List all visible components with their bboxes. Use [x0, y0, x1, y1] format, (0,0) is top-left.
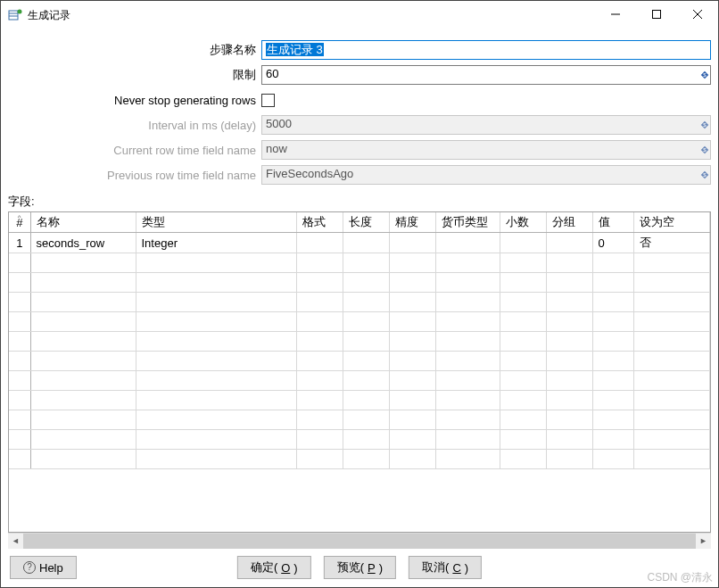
table-row[interactable]	[9, 352, 710, 371]
label-interval: Interval in ms (delay)	[8, 119, 261, 132]
label-never-stop: Never stop generating rows	[8, 94, 261, 107]
col-type[interactable]: 类型	[136, 212, 296, 233]
window-controls	[595, 1, 718, 29]
table-row[interactable]	[9, 450, 710, 469]
row-prev-time: Previous row time field name FiveSeconds…	[8, 165, 711, 185]
row-step-name: 步骤名称 生成记录 3	[8, 40, 711, 60]
dialog-buttons: 确定(O) 预览(P) 取消(C)	[237, 556, 482, 579]
cell-decimal[interactable]	[500, 233, 546, 253]
cell-group[interactable]	[546, 233, 592, 253]
cancel-button[interactable]: 取消(C)	[409, 556, 482, 579]
table-row[interactable]	[9, 293, 710, 312]
col-currency[interactable]: 货币类型	[435, 212, 500, 233]
cell-type[interactable]: Integer	[136, 233, 296, 253]
table-row[interactable]	[9, 332, 710, 352]
cell-set-empty[interactable]: 否	[633, 233, 710, 253]
cell-format[interactable]	[296, 233, 343, 253]
table-row[interactable]	[9, 371, 710, 391]
input-curr-time: now	[261, 140, 711, 160]
svg-rect-5	[653, 11, 661, 19]
input-prev-time: FiveSecondsAgo	[261, 165, 711, 185]
ok-button[interactable]: 确定(O)	[237, 556, 311, 579]
cell-idx: 1	[9, 233, 30, 253]
dialog-window: 生成记录 步骤名称 生成记录 3 限制 60 $ Never stop gene…	[0, 0, 719, 588]
maximize-button[interactable]	[636, 1, 677, 28]
scroll-left-icon[interactable]: ◄	[8, 534, 23, 549]
col-value[interactable]: 值	[592, 212, 633, 233]
col-set-empty[interactable]: 设为空	[633, 212, 710, 233]
table-row[interactable]	[9, 391, 710, 410]
table-header-row: ^# 名称 类型 格式 长度 精度 货币类型 小数 分组 值 设为空	[9, 212, 710, 233]
close-button[interactable]	[677, 1, 718, 28]
col-name[interactable]: 名称	[30, 212, 136, 233]
variable-picker-icon[interactable]: $	[698, 140, 711, 160]
preview-button[interactable]: 预览(P)	[324, 556, 396, 579]
input-limit[interactable]: 60	[261, 65, 711, 85]
table-row[interactable]: 1 seconds_row Integer 0 否	[9, 233, 710, 253]
col-decimal[interactable]: 小数	[500, 212, 546, 233]
table-row[interactable]	[9, 430, 710, 450]
scroll-thumb[interactable]	[23, 534, 696, 549]
col-idx[interactable]: ^#	[9, 212, 30, 233]
window-title: 生成记录	[28, 8, 70, 23]
col-format[interactable]: 格式	[296, 212, 343, 233]
col-precision[interactable]: 精度	[389, 212, 435, 233]
minimize-button[interactable]	[595, 1, 636, 28]
fields-table: ^# 名称 类型 格式 长度 精度 货币类型 小数 分组 值 设为空 1 sec…	[8, 211, 711, 533]
row-never-stop: Never stop generating rows	[8, 90, 711, 110]
table-row[interactable]	[9, 410, 710, 430]
cell-precision[interactable]	[389, 233, 435, 253]
help-label: Help	[39, 561, 63, 575]
input-interval: 5000	[261, 115, 711, 135]
svg-point-3	[18, 10, 22, 14]
row-limit: 限制 60 $	[8, 65, 711, 85]
cell-value[interactable]: 0	[592, 233, 633, 253]
form-area: 步骤名称 生成记录 3 限制 60 $ Never stop generatin…	[1, 29, 718, 194]
row-curr-time: Current row time field name now $	[8, 140, 711, 160]
table-row[interactable]	[9, 253, 710, 273]
variable-picker-icon[interactable]: $	[698, 115, 711, 135]
titlebar: 生成记录	[1, 1, 718, 29]
scroll-right-icon[interactable]: ►	[696, 534, 711, 549]
row-interval: Interval in ms (delay) 5000 $	[8, 115, 711, 135]
app-icon	[8, 8, 22, 22]
svg-rect-0	[9, 11, 18, 20]
label-prev-time: Previous row time field name	[8, 169, 261, 182]
label-curr-time: Current row time field name	[8, 144, 261, 157]
table-row[interactable]	[9, 273, 710, 293]
horizontal-scrollbar[interactable]: ◄ ►	[8, 533, 711, 548]
table-row[interactable]	[9, 312, 710, 332]
input-step-name[interactable]: 生成记录 3	[261, 40, 711, 60]
bottom-bar: ? Help 确定(O) 预览(P) 取消(C)	[1, 548, 718, 587]
fields-grid[interactable]: ^# 名称 类型 格式 长度 精度 货币类型 小数 分组 值 设为空 1 sec…	[9, 212, 710, 469]
col-group[interactable]: 分组	[546, 212, 592, 233]
cell-length[interactable]	[343, 233, 389, 253]
scroll-track[interactable]	[23, 534, 696, 549]
help-button[interactable]: ? Help	[10, 556, 77, 579]
label-step-name: 步骤名称	[8, 42, 261, 58]
variable-picker-icon[interactable]: $	[698, 65, 711, 85]
fields-section-label: 字段:	[1, 194, 718, 211]
sort-caret-icon: ^	[18, 213, 21, 221]
variable-picker-icon[interactable]: $	[698, 165, 711, 185]
label-limit: 限制	[8, 67, 261, 83]
cell-name[interactable]: seconds_row	[30, 233, 136, 253]
checkbox-never-stop[interactable]	[261, 94, 275, 107]
col-length[interactable]: 长度	[343, 212, 389, 233]
cell-currency[interactable]	[435, 233, 500, 253]
help-icon: ?	[23, 561, 36, 574]
